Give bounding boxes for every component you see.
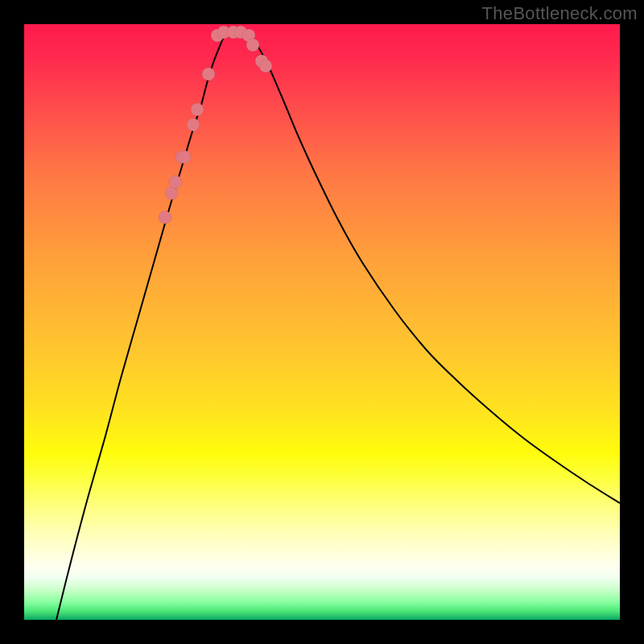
data-point (191, 103, 204, 116)
bottleneck-curve (56, 27, 620, 620)
chart-container: TheBottleneck.com (0, 0, 644, 644)
data-point (187, 118, 200, 131)
plot-area (24, 24, 620, 620)
curve-svg (24, 24, 620, 620)
data-point (159, 211, 171, 224)
data-point (202, 68, 215, 80)
data-point (169, 175, 182, 188)
data-point (165, 187, 178, 200)
watermark-text: TheBottleneck.com (482, 3, 638, 24)
data-point (178, 151, 191, 163)
data-point (246, 39, 259, 52)
data-point (259, 60, 272, 72)
